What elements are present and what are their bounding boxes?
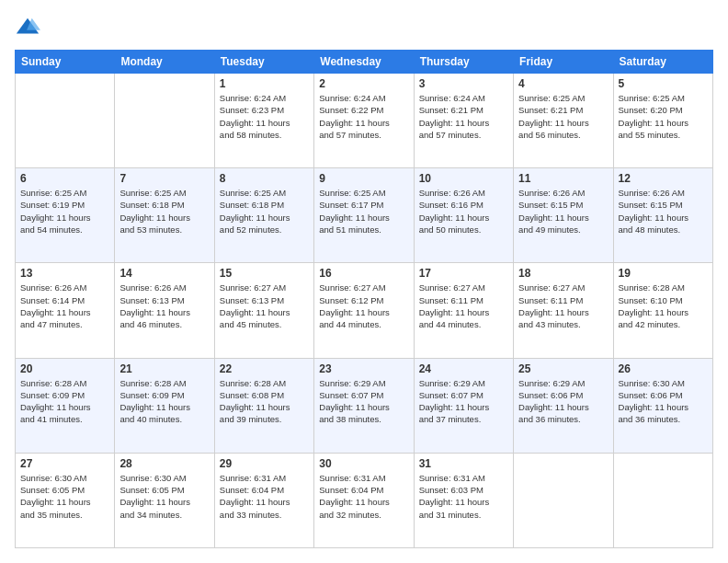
calendar-cell: 20Sunrise: 6:28 AMSunset: 6:09 PMDayligh… [16, 358, 115, 453]
calendar-week-row: 6Sunrise: 6:25 AMSunset: 6:19 PMDaylight… [16, 168, 713, 263]
calendar-cell: 9Sunrise: 6:25 AMSunset: 6:17 PMDaylight… [314, 168, 414, 263]
calendar-cell: 5Sunrise: 6:25 AMSunset: 6:20 PMDaylight… [613, 74, 712, 168]
calendar-cell [514, 453, 613, 547]
calendar-cell: 15Sunrise: 6:27 AMSunset: 6:13 PMDayligh… [214, 263, 313, 358]
weekday-header: Monday [115, 51, 214, 74]
day-number: 9 [319, 172, 408, 185]
day-number: 7 [119, 172, 209, 185]
logo [15, 15, 44, 40]
day-number: 13 [20, 267, 109, 280]
day-info: Sunrise: 6:27 AMSunset: 6:11 PMDaylight:… [419, 282, 508, 330]
day-info: Sunrise: 6:28 AMSunset: 6:09 PMDaylight:… [20, 377, 109, 426]
day-number: 18 [518, 267, 608, 280]
weekday-header-row: SundayMondayTuesdayWednesdayThursdayFrid… [16, 51, 713, 74]
day-info: Sunrise: 6:27 AMSunset: 6:12 PMDaylight:… [319, 282, 408, 330]
calendar-cell: 19Sunrise: 6:28 AMSunset: 6:10 PMDayligh… [613, 263, 712, 358]
day-info: Sunrise: 6:31 AMSunset: 6:04 PMDaylight:… [220, 472, 309, 521]
day-number: 20 [20, 362, 109, 375]
day-number: 6 [20, 172, 109, 185]
day-number: 25 [518, 362, 608, 375]
day-number: 8 [220, 172, 309, 185]
day-number: 11 [518, 172, 608, 185]
day-info: Sunrise: 6:27 AMSunset: 6:11 PMDaylight:… [518, 282, 608, 330]
calendar-cell: 16Sunrise: 6:27 AMSunset: 6:12 PMDayligh… [314, 263, 414, 358]
calendar-cell: 18Sunrise: 6:27 AMSunset: 6:11 PMDayligh… [514, 263, 613, 358]
day-info: Sunrise: 6:31 AMSunset: 6:04 PMDaylight:… [319, 472, 408, 521]
day-number: 30 [319, 457, 408, 470]
header [15, 15, 713, 40]
day-info: Sunrise: 6:25 AMSunset: 6:17 PMDaylight:… [319, 187, 408, 236]
calendar-cell: 4Sunrise: 6:25 AMSunset: 6:21 PMDaylight… [514, 74, 613, 168]
weekday-header: Sunday [16, 51, 115, 74]
calendar-cell: 26Sunrise: 6:30 AMSunset: 6:06 PMDayligh… [613, 358, 712, 453]
day-info: Sunrise: 6:26 AMSunset: 6:13 PMDaylight:… [119, 282, 209, 330]
day-info: Sunrise: 6:25 AMSunset: 6:18 PMDaylight:… [220, 187, 309, 236]
calendar-cell: 2Sunrise: 6:24 AMSunset: 6:22 PMDaylight… [314, 74, 414, 168]
calendar-cell: 1Sunrise: 6:24 AMSunset: 6:23 PMDaylight… [214, 74, 313, 168]
day-info: Sunrise: 6:26 AMSunset: 6:15 PMDaylight:… [518, 187, 608, 236]
weekday-header: Tuesday [214, 51, 313, 74]
calendar-week-row: 27Sunrise: 6:30 AMSunset: 6:05 PMDayligh… [16, 453, 713, 547]
day-number: 16 [319, 267, 408, 280]
day-info: Sunrise: 6:25 AMSunset: 6:20 PMDaylight:… [619, 92, 708, 141]
calendar-cell: 23Sunrise: 6:29 AMSunset: 6:07 PMDayligh… [314, 358, 414, 453]
day-number: 12 [619, 172, 708, 185]
day-info: Sunrise: 6:30 AMSunset: 6:05 PMDaylight:… [20, 472, 109, 521]
calendar-cell: 13Sunrise: 6:26 AMSunset: 6:14 PMDayligh… [16, 263, 115, 358]
calendar-cell: 11Sunrise: 6:26 AMSunset: 6:15 PMDayligh… [514, 168, 613, 263]
day-info: Sunrise: 6:30 AMSunset: 6:06 PMDaylight:… [619, 377, 708, 426]
day-number: 14 [119, 267, 209, 280]
calendar-cell: 10Sunrise: 6:26 AMSunset: 6:16 PMDayligh… [414, 168, 513, 263]
day-info: Sunrise: 6:25 AMSunset: 6:18 PMDaylight:… [119, 187, 209, 236]
day-number: 17 [419, 267, 508, 280]
day-info: Sunrise: 6:31 AMSunset: 6:03 PMDaylight:… [419, 472, 508, 521]
day-number: 3 [419, 77, 508, 90]
day-info: Sunrise: 6:26 AMSunset: 6:16 PMDaylight:… [419, 187, 508, 236]
day-info: Sunrise: 6:28 AMSunset: 6:08 PMDaylight:… [220, 377, 309, 426]
weekday-header: Wednesday [314, 51, 414, 74]
logo-icon [15, 15, 40, 40]
weekday-header: Thursday [414, 51, 513, 74]
page: SundayMondayTuesdayWednesdayThursdayFrid… [0, 0, 728, 563]
calendar-week-row: 13Sunrise: 6:26 AMSunset: 6:14 PMDayligh… [16, 263, 713, 358]
calendar-cell: 6Sunrise: 6:25 AMSunset: 6:19 PMDaylight… [16, 168, 115, 263]
day-number: 4 [518, 77, 608, 90]
day-number: 22 [220, 362, 309, 375]
day-info: Sunrise: 6:25 AMSunset: 6:19 PMDaylight:… [20, 187, 109, 236]
day-number: 26 [619, 362, 708, 375]
day-info: Sunrise: 6:30 AMSunset: 6:05 PMDaylight:… [119, 472, 209, 521]
day-info: Sunrise: 6:27 AMSunset: 6:13 PMDaylight:… [220, 282, 309, 330]
calendar-cell: 17Sunrise: 6:27 AMSunset: 6:11 PMDayligh… [414, 263, 513, 358]
day-number: 27 [20, 457, 109, 470]
day-info: Sunrise: 6:28 AMSunset: 6:09 PMDaylight:… [119, 377, 209, 426]
day-info: Sunrise: 6:26 AMSunset: 6:15 PMDaylight:… [619, 187, 708, 236]
day-info: Sunrise: 6:24 AMSunset: 6:22 PMDaylight:… [319, 92, 408, 141]
day-info: Sunrise: 6:24 AMSunset: 6:23 PMDaylight:… [220, 92, 309, 141]
day-number: 21 [119, 362, 209, 375]
day-number: 19 [619, 267, 708, 280]
calendar-cell: 8Sunrise: 6:25 AMSunset: 6:18 PMDaylight… [214, 168, 313, 263]
calendar-week-row: 20Sunrise: 6:28 AMSunset: 6:09 PMDayligh… [16, 358, 713, 453]
calendar-week-row: 1Sunrise: 6:24 AMSunset: 6:23 PMDaylight… [16, 74, 713, 168]
calendar-cell: 29Sunrise: 6:31 AMSunset: 6:04 PMDayligh… [214, 453, 313, 547]
calendar-cell: 27Sunrise: 6:30 AMSunset: 6:05 PMDayligh… [16, 453, 115, 547]
calendar-cell: 25Sunrise: 6:29 AMSunset: 6:06 PMDayligh… [514, 358, 613, 453]
day-number: 23 [319, 362, 408, 375]
calendar-cell: 14Sunrise: 6:26 AMSunset: 6:13 PMDayligh… [115, 263, 214, 358]
calendar-cell: 12Sunrise: 6:26 AMSunset: 6:15 PMDayligh… [613, 168, 712, 263]
calendar-cell: 21Sunrise: 6:28 AMSunset: 6:09 PMDayligh… [115, 358, 214, 453]
day-number: 15 [220, 267, 309, 280]
day-info: Sunrise: 6:29 AMSunset: 6:07 PMDaylight:… [419, 377, 508, 426]
weekday-header: Saturday [613, 51, 712, 74]
calendar-cell: 22Sunrise: 6:28 AMSunset: 6:08 PMDayligh… [214, 358, 313, 453]
day-info: Sunrise: 6:24 AMSunset: 6:21 PMDaylight:… [419, 92, 508, 141]
day-number: 29 [220, 457, 309, 470]
day-info: Sunrise: 6:29 AMSunset: 6:07 PMDaylight:… [319, 377, 408, 426]
calendar-cell [16, 74, 115, 168]
day-info: Sunrise: 6:29 AMSunset: 6:06 PMDaylight:… [518, 377, 608, 426]
calendar-cell: 31Sunrise: 6:31 AMSunset: 6:03 PMDayligh… [414, 453, 513, 547]
calendar-cell [115, 74, 214, 168]
day-number: 2 [319, 77, 408, 90]
calendar-cell: 30Sunrise: 6:31 AMSunset: 6:04 PMDayligh… [314, 453, 414, 547]
calendar: SundayMondayTuesdayWednesdayThursdayFrid… [15, 50, 713, 548]
